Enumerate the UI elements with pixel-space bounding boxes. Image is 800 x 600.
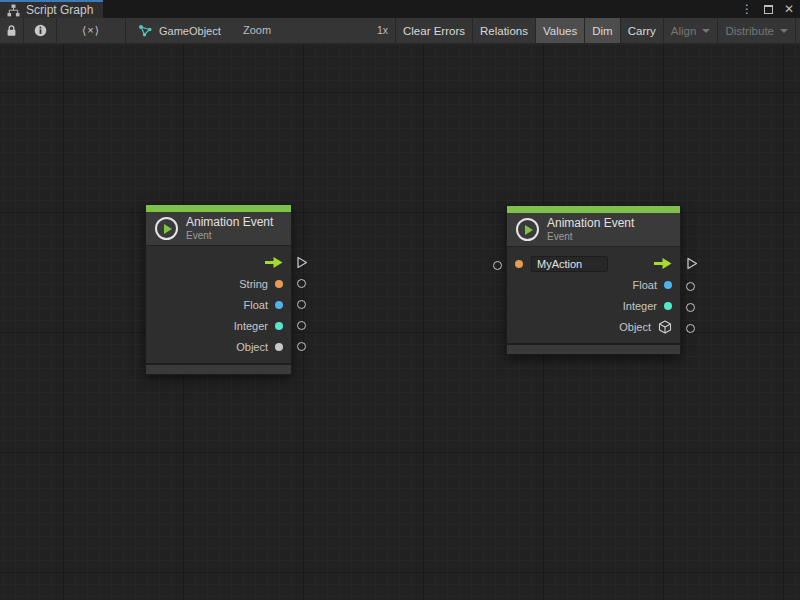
object-output-port[interactable] xyxy=(297,342,306,351)
float-port-dot xyxy=(275,301,283,309)
integer-port-dot xyxy=(275,322,283,330)
action-name-input[interactable] xyxy=(531,256,608,272)
flow-output-port[interactable] xyxy=(686,257,698,270)
flow-output-row xyxy=(146,252,291,273)
port-label: Float xyxy=(633,279,657,291)
inspect-button[interactable] xyxy=(24,18,57,43)
toolbar: ⟨×⟩ GameObject Zoom 1x Clear Errors Rela… xyxy=(0,18,800,44)
port-label: Object xyxy=(236,341,268,353)
flow-output-port[interactable] xyxy=(296,256,308,269)
node-subtitle: Event xyxy=(186,230,273,242)
port-row-string: String xyxy=(146,273,291,294)
lock-button[interactable] xyxy=(0,18,24,43)
name-input-port-dot xyxy=(515,260,523,268)
node-footer[interactable] xyxy=(146,363,291,374)
maximize-icon[interactable] xyxy=(764,5,773,14)
graph-tab-icon xyxy=(7,4,20,17)
overview-button[interactable]: Overview xyxy=(795,18,800,43)
node-subtitle: Event xyxy=(547,231,634,243)
node-header[interactable]: Animation Event Event xyxy=(146,212,291,246)
flow-arrow-icon xyxy=(265,257,283,268)
event-play-icon xyxy=(155,217,178,240)
port-label: Float xyxy=(244,299,268,311)
distribute-button[interactable]: Distribute xyxy=(717,18,795,43)
node-footer[interactable] xyxy=(507,343,680,354)
event-play-icon xyxy=(516,218,539,241)
port-row-float: Float xyxy=(146,294,291,315)
object-port-dot xyxy=(275,343,283,351)
flow-input-port[interactable] xyxy=(493,261,502,270)
close-icon[interactable]: ✕ xyxy=(784,0,794,18)
float-output-port[interactable] xyxy=(297,300,306,309)
graph-object-icon xyxy=(138,24,153,38)
lock-icon xyxy=(6,24,17,37)
integer-output-port[interactable] xyxy=(297,321,306,330)
cube-icon xyxy=(658,320,672,334)
script-graph-window: Script Graph ⋮ ✕ xyxy=(0,0,800,600)
integer-output-port[interactable] xyxy=(686,303,695,312)
distribute-label: Distribute xyxy=(725,25,774,37)
node-body: String Float Integer Object xyxy=(146,246,291,363)
values-button[interactable]: Values xyxy=(535,18,584,43)
node-title: Animation Event xyxy=(186,216,273,230)
graph-picker-label: GameObject xyxy=(159,25,221,37)
zoom-value: 1x xyxy=(377,18,388,43)
window-controls: ⋮ ✕ xyxy=(741,0,794,18)
code-view-button[interactable]: ⟨×⟩ xyxy=(57,18,126,43)
carry-button[interactable]: Carry xyxy=(620,18,663,43)
node-header[interactable]: Animation Event Event xyxy=(507,213,680,247)
port-label: String xyxy=(239,278,268,290)
flow-arrow-icon xyxy=(654,258,672,269)
string-port-dot xyxy=(275,280,283,288)
chevron-down-icon xyxy=(702,29,710,33)
float-port-dot xyxy=(664,281,672,289)
port-row-integer: Integer xyxy=(507,295,680,316)
port-label: Integer xyxy=(623,300,657,312)
port-row-integer: Integer xyxy=(146,315,291,336)
zoom-label: Zoom xyxy=(243,18,271,43)
node-accent-bar xyxy=(507,206,680,213)
info-icon xyxy=(34,24,47,37)
name-input-row xyxy=(507,253,680,274)
float-output-port[interactable] xyxy=(686,282,695,291)
clear-errors-button[interactable]: Clear Errors xyxy=(395,18,472,43)
node-title: Animation Event xyxy=(547,217,634,231)
port-row-object: Object xyxy=(146,336,291,357)
graph-canvas[interactable]: Animation Event Event String Float xyxy=(0,44,800,600)
tab-script-graph[interactable]: Script Graph xyxy=(0,0,103,18)
title-bar: Script Graph ⋮ ✕ xyxy=(0,0,800,18)
dim-button[interactable]: Dim xyxy=(584,18,619,43)
chevron-down-icon xyxy=(780,29,788,33)
code-view-icon: ⟨×⟩ xyxy=(82,24,100,37)
port-label: Object xyxy=(619,321,651,333)
port-row-object: Object xyxy=(507,316,680,337)
node-body: Float Integer Object xyxy=(507,247,680,343)
animation-event-node-right[interactable]: Animation Event Event Float xyxy=(506,205,681,355)
menu-icon[interactable]: ⋮ xyxy=(741,0,753,18)
align-button[interactable]: Align xyxy=(663,18,718,43)
toolbar-right-group: Clear Errors Relations Values Dim Carry … xyxy=(395,18,800,43)
relations-button[interactable]: Relations xyxy=(472,18,535,43)
graph-picker[interactable]: GameObject xyxy=(138,18,221,43)
string-output-port[interactable] xyxy=(297,279,306,288)
port-row-float: Float xyxy=(507,274,680,295)
node-accent-bar xyxy=(146,205,291,212)
tab-title: Script Graph xyxy=(26,3,93,17)
integer-port-dot xyxy=(664,302,672,310)
animation-event-node-left[interactable]: Animation Event Event String Float xyxy=(145,204,292,375)
toolbar-left-group: ⟨×⟩ xyxy=(0,18,126,43)
align-label: Align xyxy=(671,25,697,37)
port-label: Integer xyxy=(234,320,268,332)
object-output-port[interactable] xyxy=(686,324,695,333)
